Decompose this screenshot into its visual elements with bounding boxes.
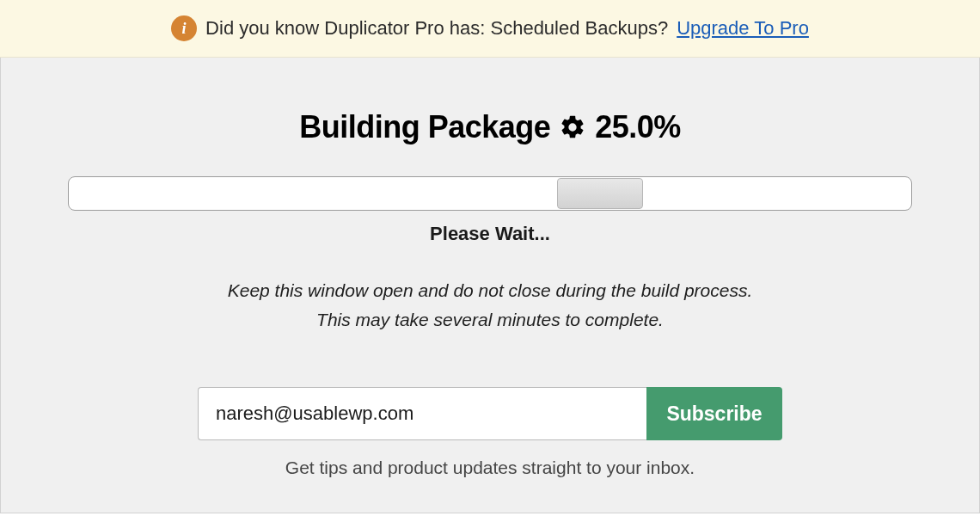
subscribe-section: Subscribe Get tips and product updates s…	[1, 387, 979, 478]
helper-text: Keep this window open and do not close d…	[1, 276, 979, 334]
progress-thumb	[557, 178, 643, 209]
info-icon: i	[171, 15, 197, 41]
subscribe-caption: Get tips and product updates straight to…	[1, 458, 979, 478]
helper-line-2: This may take several minutes to complet…	[1, 305, 979, 335]
pro-upsell-banner: i Did you know Duplicator Pro has: Sched…	[0, 0, 980, 58]
progress-bar-container: Please Wait...	[1, 176, 979, 245]
build-panel: Building Package 25.0% Please Wait... Ke…	[0, 58, 980, 513]
build-percent: 25.0%	[595, 109, 681, 145]
subscribe-button[interactable]: Subscribe	[646, 387, 782, 440]
email-field[interactable]	[198, 387, 646, 440]
upgrade-to-pro-link[interactable]: Upgrade To Pro	[677, 17, 809, 40]
banner-text: Did you know Duplicator Pro has: Schedul…	[205, 17, 668, 40]
page-title: Building Package 25.0%	[299, 109, 681, 145]
gear-icon	[559, 114, 586, 141]
progress-track	[68, 176, 912, 211]
wait-label: Please Wait...	[68, 223, 912, 245]
helper-line-1: Keep this window open and do not close d…	[1, 276, 979, 305]
title-prefix: Building Package	[299, 109, 550, 145]
